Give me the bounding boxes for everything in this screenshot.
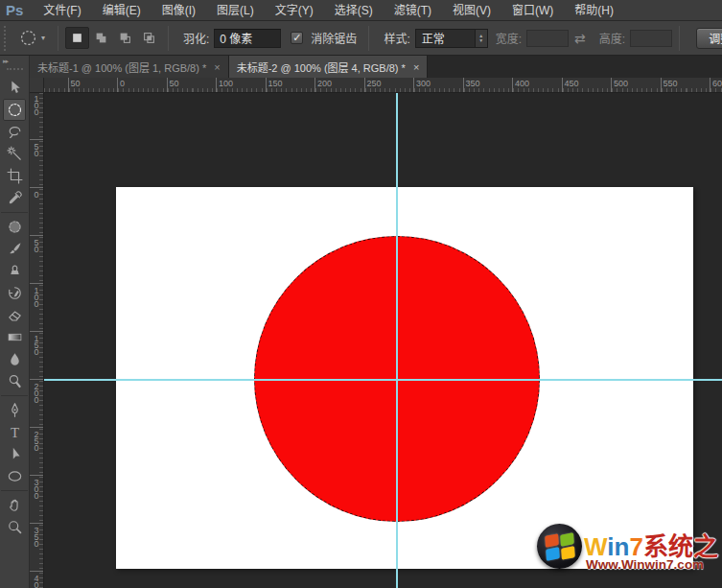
panel-collapse-icon[interactable]: ▸▸ bbox=[0, 56, 8, 65]
ellipse-shape-tool[interactable] bbox=[3, 465, 26, 487]
check-icon: ✓ bbox=[292, 32, 301, 43]
antialias-checkbox[interactable]: ✓ bbox=[291, 32, 303, 44]
eraser-tool[interactable] bbox=[3, 304, 26, 326]
width-input[interactable] bbox=[526, 30, 569, 47]
menu-item-3[interactable]: 图层(L) bbox=[206, 0, 265, 21]
menu-items: 文件(F)编辑(E)图像(I)图层(L)文字(Y)选择(S)滤镜(T)视图(V)… bbox=[33, 0, 624, 21]
brush-tool[interactable] bbox=[3, 238, 26, 260]
panel-grip bbox=[7, 68, 23, 71]
ruler-tick bbox=[30, 331, 43, 332]
width-label: 宽度: bbox=[496, 30, 522, 46]
healing-brush-tool[interactable] bbox=[3, 216, 26, 238]
options-bar: ▾ 羽化: ✓ 消除锯齿 样式: 正常 ▲▼ 宽度: ⇄ 高度: bbox=[0, 21, 722, 56]
vertical-ruler[interactable]: 10050050100150200250300350400 bbox=[30, 93, 44, 588]
path-selection-tool[interactable] bbox=[3, 443, 26, 465]
guide-vertical[interactable] bbox=[396, 93, 398, 588]
height-input[interactable] bbox=[630, 30, 672, 47]
ruler-tick bbox=[30, 139, 43, 140]
add-to-selection-button[interactable] bbox=[89, 27, 113, 49]
intersect-selection-button[interactable] bbox=[137, 27, 161, 49]
blur-tool[interactable] bbox=[3, 348, 26, 370]
menu-item-6[interactable]: 滤镜(T) bbox=[384, 0, 442, 21]
hand-tool[interactable] bbox=[3, 494, 26, 516]
eyedropper-tool[interactable] bbox=[3, 187, 26, 209]
ruler-tick bbox=[30, 235, 43, 236]
ruler-tick bbox=[562, 78, 563, 92]
ruler-label: 350 bbox=[466, 79, 480, 88]
menu-item-1[interactable]: 编辑(E) bbox=[92, 0, 151, 21]
ruler-tick bbox=[30, 427, 43, 428]
photoshop-window: Ps 文件(F)编辑(E)图像(I)图层(L)文字(Y)选择(S)滤镜(T)视图… bbox=[0, 0, 722, 588]
menu-item-8[interactable]: 窗口(W) bbox=[501, 0, 564, 21]
close-icon[interactable]: × bbox=[413, 61, 419, 73]
ruler-origin-corner[interactable] bbox=[30, 78, 44, 93]
ruler-tick bbox=[710, 78, 710, 92]
ruler-label: 0 bbox=[32, 190, 41, 197]
chevron-down-icon: ▾ bbox=[41, 34, 45, 42]
swap-dimensions-icon[interactable]: ⇄ bbox=[574, 31, 586, 46]
ruler-label: 50 bbox=[32, 238, 41, 251]
lasso-tool[interactable] bbox=[3, 121, 26, 143]
horizontal-ruler[interactable]: 50050100150200250300350400450500550600 bbox=[44, 78, 722, 93]
ruler-tick bbox=[463, 78, 464, 92]
pen-tool[interactable] bbox=[3, 399, 26, 421]
ruler-tick bbox=[512, 78, 513, 92]
menu-item-9[interactable]: 帮助(H) bbox=[564, 0, 624, 21]
ruler-label: 50 bbox=[71, 79, 81, 88]
refine-edge-button[interactable]: 调整边缘 bbox=[696, 28, 722, 49]
dodge-tool[interactable] bbox=[3, 370, 26, 392]
ruler-tick bbox=[364, 78, 365, 92]
zoom-tool[interactable] bbox=[3, 516, 26, 538]
ruler-tick bbox=[30, 571, 43, 572]
feather-label: 羽化: bbox=[183, 30, 209, 46]
crop-tool[interactable] bbox=[3, 165, 26, 187]
style-value: 正常 bbox=[416, 30, 475, 46]
gradient-tool[interactable] bbox=[3, 326, 26, 348]
elliptical-marquee-tool[interactable] bbox=[3, 99, 26, 121]
separator bbox=[368, 26, 369, 51]
tool-list: T bbox=[3, 77, 26, 538]
canvas-workspace[interactable]: Win7系统之 Www.Winwin7.com bbox=[44, 93, 722, 588]
ruler-label: 250 bbox=[367, 79, 382, 88]
guide-horizontal[interactable] bbox=[44, 379, 722, 381]
menu-item-4[interactable]: 文字(Y) bbox=[265, 0, 324, 21]
clone-stamp-tool[interactable] bbox=[3, 260, 26, 282]
tab-title: 未标题-1 @ 100% (图层 1, RGB/8) * bbox=[37, 59, 206, 75]
stepper-icon[interactable]: ▲▼ bbox=[475, 30, 487, 47]
feather-input[interactable] bbox=[214, 29, 281, 48]
ruler-label: 50 bbox=[32, 142, 41, 155]
document-tab-bar: 未标题-1 @ 100% (图层 1, RGB/8) *×未标题-2 @ 100… bbox=[30, 56, 722, 78]
new-selection-button[interactable] bbox=[65, 27, 89, 49]
document-tab-2[interactable]: 未标题-2 @ 100% (图层 4, RGB/8) *× bbox=[229, 56, 429, 78]
history-brush-tool[interactable] bbox=[3, 282, 26, 304]
ruler-label: 500 bbox=[614, 79, 628, 88]
ruler-tick bbox=[117, 78, 118, 92]
ruler-label: 100 bbox=[219, 79, 233, 88]
style-select[interactable]: 正常 ▲▼ bbox=[415, 29, 488, 48]
tool-preset-picker[interactable]: ▾ bbox=[13, 29, 51, 47]
ruler-tick bbox=[30, 283, 43, 284]
ruler-tick bbox=[30, 187, 43, 188]
ruler-label: 100 bbox=[32, 94, 41, 114]
menu-item-2[interactable]: 图像(I) bbox=[151, 0, 206, 21]
ruler-label: 400 bbox=[32, 574, 41, 588]
subtract-from-selection-button[interactable] bbox=[113, 27, 137, 49]
move-tool[interactable] bbox=[3, 77, 26, 99]
magic-wand-tool[interactable] bbox=[3, 143, 26, 165]
type-tool[interactable]: T bbox=[3, 421, 26, 443]
tools-panel: ▸▸ T bbox=[0, 56, 30, 588]
close-icon[interactable]: × bbox=[214, 61, 220, 73]
menu-item-0[interactable]: 文件(F) bbox=[33, 0, 91, 21]
antialias-label: 消除锯齿 bbox=[311, 30, 357, 46]
menu-bar: Ps 文件(F)编辑(E)图像(I)图层(L)文字(Y)选择(S)滤镜(T)视图… bbox=[0, 0, 722, 21]
options-grip bbox=[4, 26, 8, 51]
menu-item-7[interactable]: 视图(V) bbox=[442, 0, 501, 21]
ruler-label: 550 bbox=[664, 79, 678, 88]
ruler-label: 600 bbox=[712, 79, 722, 88]
separator bbox=[168, 26, 169, 51]
ruler-tick bbox=[314, 78, 315, 92]
menu-item-5[interactable]: 选择(S) bbox=[324, 0, 384, 21]
ruler-tick bbox=[611, 78, 612, 92]
ruler-tick bbox=[266, 78, 267, 92]
document-tab-1[interactable]: 未标题-1 @ 100% (图层 1, RGB/8) *× bbox=[30, 56, 229, 78]
